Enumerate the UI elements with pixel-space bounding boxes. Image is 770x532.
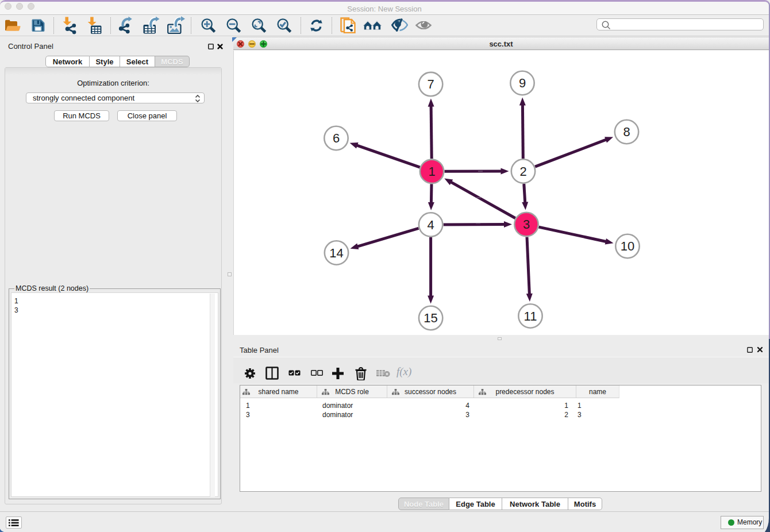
- svg-text:10: 10: [621, 239, 634, 253]
- svg-text:1: 1: [428, 164, 435, 179]
- svg-text:2: 2: [519, 164, 526, 179]
- svg-text:6: 6: [333, 131, 340, 145]
- svg-text:7: 7: [427, 77, 434, 91]
- svg-text:9: 9: [519, 76, 526, 90]
- svg-text:4: 4: [427, 218, 434, 232]
- svg-text:3: 3: [523, 217, 530, 232]
- svg-text:15: 15: [424, 311, 437, 325]
- svg-text:8: 8: [623, 125, 630, 139]
- svg-text:11: 11: [524, 309, 537, 323]
- svg-text:14: 14: [329, 246, 343, 260]
